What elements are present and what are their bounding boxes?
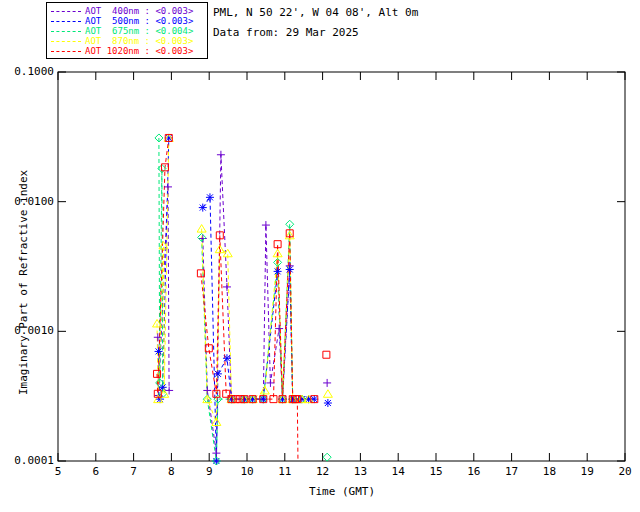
legend-label-870nm: AOT 870nm : <0.003> xyxy=(85,36,193,46)
legend-dash-870nm xyxy=(51,41,81,42)
data-series-markers xyxy=(153,134,333,465)
axes xyxy=(58,72,625,461)
x-tick-label: 6 xyxy=(81,466,111,478)
x-tick-label: 18 xyxy=(534,466,564,478)
x-tick-label: 14 xyxy=(383,466,413,478)
legend-dash-675nm xyxy=(51,31,81,32)
x-tick-label: 11 xyxy=(270,466,300,478)
legend-row-870nm: AOT 870nm : <0.003> xyxy=(51,36,207,46)
x-tick-label: 16 xyxy=(459,466,489,478)
x-tick-label: 7 xyxy=(119,466,149,478)
x-tick-label: 19 xyxy=(572,466,602,478)
y-tick-label: 0.0010 xyxy=(4,325,54,337)
legend-row-400nm: AOT 400nm : <0.003> xyxy=(51,6,207,16)
legend-row-1020nm: AOT 1020nm : <0.003> xyxy=(51,46,207,56)
x-tick-label: 17 xyxy=(497,466,527,478)
legend-dash-1020nm xyxy=(51,51,81,52)
y-tick-label: 0.1000 xyxy=(4,66,54,78)
station-info-text: PML, N 50 22', W 04 08', Alt 0m xyxy=(213,7,418,19)
y-tick-label: 0.0100 xyxy=(4,196,54,208)
x-tick-label: 8 xyxy=(156,466,186,478)
x-tick-label: 9 xyxy=(194,466,224,478)
x-tick-label: 12 xyxy=(308,466,338,478)
legend-row-675nm: AOT 675nm : <0.004> xyxy=(51,26,207,36)
data-series-lines xyxy=(157,138,314,500)
legend-label-1020nm: AOT 1020nm : <0.003> xyxy=(85,46,193,56)
x-tick-label: 10 xyxy=(232,466,262,478)
x-tick-label: 5 xyxy=(43,466,73,478)
legend-dash-500nm xyxy=(51,21,81,22)
legend-row-500nm: AOT 500nm : <0.003> xyxy=(51,16,207,26)
x-axis-title: Time (GMT) xyxy=(282,486,402,498)
x-tick-label: 20 xyxy=(610,466,640,478)
y-tick-label: 0.0001 xyxy=(4,455,54,467)
plot-canvas xyxy=(0,0,640,512)
legend-dash-400nm xyxy=(51,11,81,12)
data-date-text: Data from: 29 Mar 2025 xyxy=(213,27,359,39)
legend-label-675nm: AOT 675nm : <0.004> xyxy=(85,26,193,36)
legend-label-400nm: AOT 400nm : <0.003> xyxy=(85,6,193,16)
legend-box: AOT 400nm : <0.003> AOT 500nm : <0.003> … xyxy=(46,2,208,59)
x-tick-label: 13 xyxy=(345,466,375,478)
legend-label-500nm: AOT 500nm : <0.003> xyxy=(85,16,193,26)
x-tick-label: 15 xyxy=(421,466,451,478)
